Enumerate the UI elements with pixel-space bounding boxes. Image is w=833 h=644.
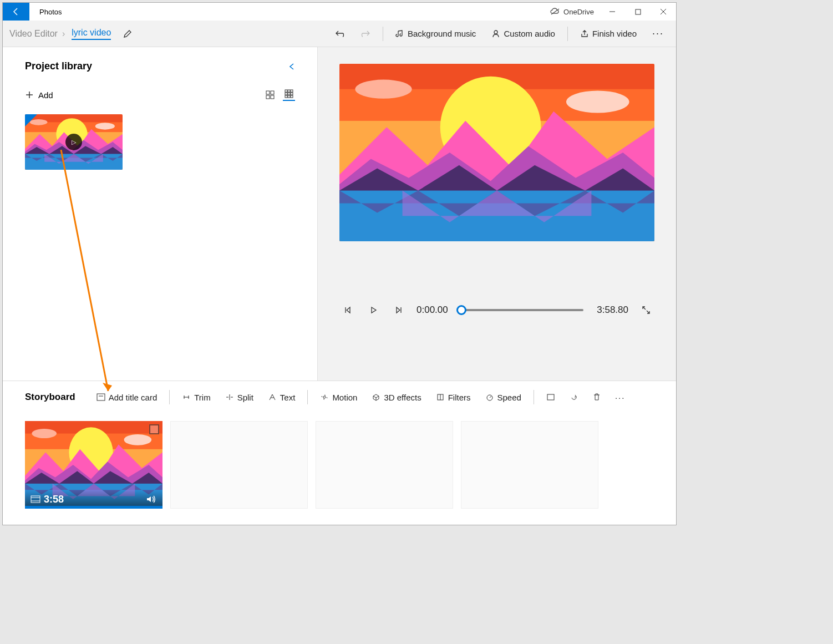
svg-rect-20 (266, 91, 270, 94)
library-thumbnail[interactable]: ▷ (25, 114, 123, 170)
filters-button[interactable]: Filters (431, 391, 475, 404)
svg-rect-30 (285, 95, 287, 98)
text-button[interactable]: Text (263, 391, 300, 404)
playback-controls: 0:00.00 3:58.80 (329, 302, 665, 318)
svg-rect-29 (291, 93, 293, 95)
resize-icon (546, 393, 555, 401)
filters-icon (436, 393, 445, 401)
clip-duration: 3:58 (44, 494, 64, 505)
grid-small-button[interactable] (283, 89, 295, 101)
seek-thumb[interactable] (456, 305, 466, 315)
minimize-button[interactable] (600, 3, 625, 21)
library-title: Project library (25, 60, 92, 72)
filmstrip-icon (31, 495, 40, 503)
svg-rect-14 (636, 9, 641, 14)
app-title: Photos (39, 8, 550, 16)
prev-frame-button[interactable] (340, 302, 355, 318)
grid-large-button[interactable] (264, 89, 276, 101)
cube-icon (372, 393, 380, 401)
total-time: 3:58.80 (597, 305, 628, 316)
audio-icon (491, 29, 500, 38)
music-icon (395, 29, 404, 38)
svg-rect-22 (266, 95, 270, 99)
svg-rect-26 (291, 90, 293, 92)
redo-button[interactable] (355, 26, 376, 42)
export-icon (580, 29, 589, 38)
delete-button[interactable] (588, 391, 605, 404)
seek-bar[interactable] (461, 309, 584, 311)
rotate-button[interactable] (565, 391, 583, 403)
svg-rect-25 (288, 90, 290, 92)
play-icon: ▷ (65, 134, 82, 150)
svg-rect-21 (271, 91, 274, 94)
storyboard-empty-slot[interactable] (316, 421, 453, 509)
svg-rect-33 (97, 394, 105, 400)
next-frame-button[interactable] (391, 302, 407, 318)
more-button[interactable]: ··· (647, 24, 669, 43)
storyboard: Storyboard Add title card Trim Split Tex… (3, 381, 676, 525)
trash-icon (593, 393, 601, 402)
project-name[interactable]: lyric video (72, 28, 111, 40)
motion-icon (320, 393, 329, 401)
titlebar: Photos OneDrive (3, 3, 676, 21)
back-button[interactable] (3, 3, 29, 21)
window-controls (600, 3, 676, 21)
preview-canvas[interactable] (339, 64, 654, 241)
svg-rect-24 (285, 90, 287, 92)
current-time: 0:00.00 (416, 305, 448, 316)
storyboard-empty-slot[interactable] (461, 421, 598, 509)
svg-rect-32 (291, 95, 293, 98)
chevron-right-icon: › (62, 29, 65, 39)
split-icon (225, 393, 234, 401)
svg-rect-47 (31, 496, 40, 503)
main-area: Project library Add ▷ (3, 47, 676, 381)
collapse-button[interactable] (288, 62, 295, 71)
svg-line-45 (490, 396, 491, 398)
preview-pane: 0:00.00 3:58.80 (318, 47, 676, 381)
speed-button[interactable]: Speed (481, 391, 526, 404)
storyboard-title: Storyboard (25, 392, 75, 403)
play-button[interactable] (365, 302, 381, 318)
dogear-icon (25, 114, 37, 126)
clip-corner-icon (149, 424, 159, 434)
fullscreen-button[interactable] (638, 302, 654, 318)
title-card-icon (96, 393, 105, 401)
svg-point-17 (494, 31, 497, 34)
trim-button[interactable]: Trim (177, 391, 215, 404)
text-icon (268, 393, 277, 401)
clip-progress (25, 506, 162, 509)
svg-rect-28 (288, 93, 290, 95)
edit-icon[interactable] (123, 29, 132, 38)
add-button[interactable]: Add (25, 90, 53, 100)
rotate-icon (570, 393, 578, 401)
trim-icon (182, 393, 191, 401)
breadcrumb[interactable]: Video Editor (9, 29, 58, 39)
app-window: Photos OneDrive Video Editor › lyric vid… (2, 2, 677, 525)
speed-icon (485, 393, 494, 401)
svg-rect-23 (271, 95, 274, 99)
svg-rect-31 (288, 95, 290, 98)
plus-icon (25, 90, 34, 99)
add-title-card-button[interactable]: Add title card (92, 391, 162, 404)
svg-point-41 (323, 396, 326, 398)
storyboard-empty-slot[interactable] (170, 421, 308, 509)
3d-effects-button[interactable]: 3D effects (367, 391, 425, 404)
toolbar: Video Editor › lyric video Background mu… (3, 21, 676, 47)
svg-rect-27 (285, 93, 287, 95)
finish-video-button[interactable]: Finish video (575, 26, 642, 42)
background-music-button[interactable]: Background music (390, 26, 481, 42)
motion-button[interactable]: Motion (316, 391, 362, 404)
volume-icon[interactable] (146, 495, 157, 504)
close-button[interactable] (651, 3, 676, 21)
more-storyboard-button[interactable]: ··· (611, 391, 630, 404)
undo-button[interactable] (329, 26, 351, 42)
resize-button[interactable] (542, 391, 560, 403)
project-library: Project library Add ▷ (3, 47, 318, 381)
split-button[interactable]: Split (221, 391, 258, 404)
cloud-off-icon (550, 8, 560, 16)
custom-audio-button[interactable]: Custom audio (486, 26, 561, 42)
maximize-button[interactable] (625, 3, 651, 21)
onedrive-status[interactable]: OneDrive (550, 8, 594, 16)
storyboard-clip[interactable]: 3:58 (25, 421, 162, 509)
svg-rect-46 (547, 394, 554, 400)
